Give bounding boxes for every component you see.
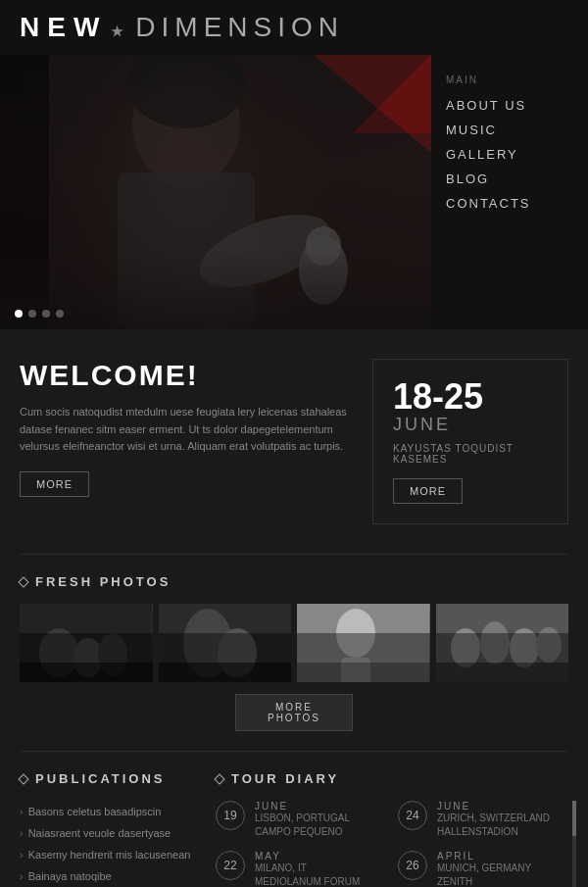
- tour-info-0: JUNE LISBON, PORTUGALCAMPO PEQUENO: [255, 801, 350, 839]
- photo-thumb-3[interactable]: [297, 604, 430, 682]
- tour-day-3: 26: [398, 851, 427, 880]
- tour-entry-0: 19 JUNE LISBON, PORTUGALCAMPO PEQUENO: [216, 801, 386, 839]
- tour-day-0: 19: [216, 801, 245, 830]
- tour-diary-title: TOUR DIARY: [216, 771, 568, 786]
- tour-grid: 19 JUNE LISBON, PORTUGALCAMPO PEQUENO 24…: [216, 801, 568, 887]
- tour-info-3: APRIL MUNICH, GERMANYZENITH: [437, 851, 531, 887]
- svg-point-24: [451, 628, 480, 667]
- photos-grid: [20, 604, 568, 682]
- svg-point-20: [336, 609, 375, 658]
- svg-point-16: [183, 609, 232, 677]
- svg-rect-28: [436, 663, 569, 682]
- tour-month-2: MAY: [255, 851, 360, 862]
- svg-rect-15: [159, 604, 292, 682]
- fresh-photos-title: FRESH PHOTOS: [20, 574, 568, 589]
- tour-info-2: MAY MILANO, ITMEDIOLANUM FORUM: [255, 851, 360, 887]
- photo-thumb-4[interactable]: [436, 604, 569, 682]
- tour-diary-section: TOUR DIARY 19 JUNE LISBON, PORTUGALCAMPO…: [216, 771, 568, 887]
- tour-entry-1: 24 JUNE ZURICH, SWITZERLANDHALLENSTADION: [398, 801, 568, 839]
- pub-item-3[interactable]: Kasemy hendrerit mis lacusenean: [20, 844, 196, 865]
- welcome-section: WELCOME! Cum socis natoqudist mtedulm ue…: [20, 359, 372, 524]
- svg-rect-22: [297, 663, 430, 682]
- pub-item-1[interactable]: Basons celetus basadipscin: [20, 801, 196, 822]
- svg-point-27: [536, 627, 562, 663]
- photo-thumb-1[interactable]: [20, 604, 153, 682]
- nav-blog[interactable]: BLOG: [446, 167, 573, 191]
- pub-item-2[interactable]: Naiasraent veuole dasertyase: [20, 822, 196, 844]
- tour-scrollbar-thumb: [572, 801, 576, 836]
- svg-point-13: [98, 633, 127, 676]
- nav-about-us[interactable]: ABOUT US: [446, 93, 573, 118]
- tour-month-1: JUNE: [437, 801, 550, 812]
- nav-main-label: MAIN: [446, 74, 573, 85]
- svg-rect-23: [436, 604, 569, 682]
- photo-svg-2: [159, 604, 292, 682]
- logo-light: DIMENSION: [135, 12, 344, 42]
- svg-rect-9: [0, 251, 431, 329]
- svg-rect-18: [159, 663, 292, 682]
- header: NEW★DIMENSION: [0, 0, 588, 55]
- hero-section: MAIN ABOUT US MUSIC GALLERY BLOG CONTACT…: [0, 55, 588, 329]
- tour-entry-3: 26 APRIL MUNICH, GERMANYZENITH: [398, 851, 568, 887]
- bottom-row: PUBLICATIONS Basons celetus basadipscin …: [0, 752, 588, 887]
- content-row: WELCOME! Cum socis natoqudist mtedulm ue…: [0, 329, 588, 554]
- tour-day-1: 24: [398, 801, 427, 830]
- hero-dots: [15, 310, 64, 318]
- pub-item-4[interactable]: Bainaya natoqibe: [20, 865, 196, 887]
- nav-music[interactable]: MUSIC: [446, 118, 573, 142]
- fresh-photos-section: FRESH PHOTOS: [0, 555, 588, 751]
- tour-venue-1: ZURICH, SWITZERLANDHALLENSTADION: [437, 812, 550, 839]
- hero-dot-3[interactable]: [42, 310, 50, 318]
- publications-section: PUBLICATIONS Basons celetus basadipscin …: [20, 771, 216, 887]
- photo-svg-3: [297, 604, 430, 682]
- hero-svg: [0, 55, 431, 329]
- nav-contacts[interactable]: CONTACTS: [446, 191, 573, 216]
- svg-rect-10: [20, 604, 153, 682]
- svg-point-25: [480, 621, 510, 665]
- hero-dot-4[interactable]: [56, 310, 64, 318]
- tour-month-0: JUNE: [255, 801, 350, 812]
- logo-star: ★: [111, 24, 131, 39]
- event-more-button[interactable]: MORE: [393, 478, 463, 504]
- tour-venue-2: MILANO, ITMEDIOLANUM FORUM: [255, 862, 360, 887]
- nav-gallery[interactable]: GALLERY: [446, 142, 573, 167]
- event-date: 18-25: [393, 379, 548, 415]
- photo-thumb-2[interactable]: [159, 604, 292, 682]
- svg-point-12: [74, 638, 103, 677]
- welcome-title: WELCOME!: [20, 359, 353, 392]
- more-photos-button[interactable]: MORE PHOTOS: [235, 694, 353, 731]
- tour-venue-0: LISBON, PORTUGALCAMPO PEQUENO: [255, 812, 350, 839]
- tour-scrollbar[interactable]: [572, 801, 576, 887]
- tour-day-2: 22: [216, 851, 245, 880]
- welcome-more-button[interactable]: MORE: [20, 471, 89, 497]
- publications-title: PUBLICATIONS: [20, 771, 196, 786]
- svg-point-26: [510, 628, 539, 667]
- event-month: JUNE: [393, 415, 548, 435]
- photo-svg-4: [436, 604, 569, 682]
- hero-image: [0, 55, 431, 329]
- tour-entry-2: 22 MAY MILANO, ITMEDIOLANUM FORUM: [216, 851, 386, 887]
- svg-rect-14: [20, 663, 153, 682]
- tour-info-1: JUNE ZURICH, SWITZERLANDHALLENSTADION: [437, 801, 550, 839]
- svg-point-17: [218, 628, 257, 677]
- tour-venue-3: MUNICH, GERMANYZENITH: [437, 862, 531, 887]
- photo-svg-1: [20, 604, 153, 682]
- logo: NEW★DIMENSION: [20, 12, 344, 43]
- tour-wrapper: 19 JUNE LISBON, PORTUGALCAMPO PEQUENO 24…: [216, 801, 568, 887]
- event-name: KAYUSTAS TOQUDIST KASEMES: [393, 443, 548, 465]
- main-nav: MAIN ABOUT US MUSIC GALLERY BLOG CONTACT…: [431, 55, 588, 329]
- welcome-text: Cum socis natoqudist mtedulm uese feugia…: [20, 404, 353, 456]
- hero-dot-2[interactable]: [28, 310, 36, 318]
- svg-rect-21: [341, 658, 370, 682]
- hero-dot-1[interactable]: [15, 310, 23, 318]
- tour-month-3: APRIL: [437, 851, 531, 862]
- event-section: 18-25 JUNE KAYUSTAS TOQUDIST KASEMES MOR…: [372, 359, 568, 524]
- logo-bold: NEW: [20, 12, 107, 42]
- svg-point-11: [39, 628, 78, 677]
